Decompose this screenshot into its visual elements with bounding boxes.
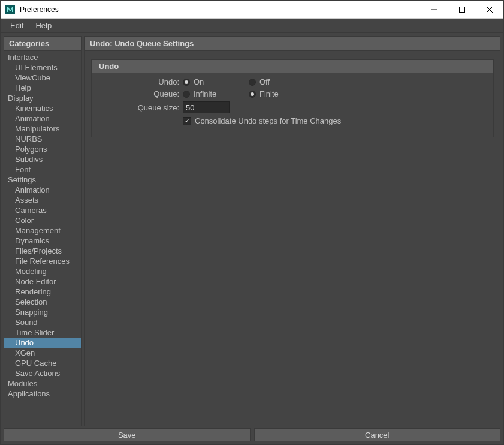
footer: Save Cancel [1, 426, 503, 444]
body-area: Categories InterfaceUI ElementsViewCubeH… [1, 33, 503, 426]
category-item[interactable]: XGen [4, 348, 81, 358]
menubar: Edit Help [1, 19, 503, 33]
queue-radio-set: Infinite Finite [183, 89, 315, 98]
consolidate-row: Consolidate Undo steps for Time Changes [99, 116, 486, 125]
category-item[interactable]: UI Elements [4, 62, 81, 73]
category-item[interactable]: Animation [4, 113, 81, 124]
category-item[interactable]: Subdivs [4, 154, 81, 164]
sidebar-list[interactable]: InterfaceUI ElementsViewCubeHelpDisplayK… [4, 51, 82, 426]
main-panel: Undo: Undo Queue Settings Undo Undo: On [84, 36, 500, 426]
undo-off-label: Off [259, 77, 270, 86]
undo-radio-set: On Off [183, 77, 315, 86]
radio-icon [183, 91, 190, 98]
category-item[interactable]: Cameras [4, 205, 81, 215]
window-controls [421, 1, 503, 18]
category-item[interactable]: Save Actions [4, 368, 81, 378]
queue-infinite-option[interactable]: Infinite [183, 89, 249, 98]
undo-section: Undo Undo: On Off [91, 59, 494, 137]
undo-label: Undo: [99, 77, 183, 86]
queue-row: Queue: Infinite Finite [99, 89, 486, 98]
consolidate-option[interactable]: Consolidate Undo steps for Time Changes [183, 116, 341, 125]
undo-off-option[interactable]: Off [249, 77, 315, 86]
window-title: Preferences [20, 5, 421, 14]
save-button[interactable]: Save [4, 428, 251, 441]
category-group[interactable]: Settings [4, 175, 81, 185]
category-item[interactable]: Animation [4, 185, 81, 195]
category-item[interactable]: Files/Projects [4, 246, 81, 256]
cancel-button[interactable]: Cancel [254, 428, 501, 441]
queue-size-row: Queue size: [99, 101, 486, 113]
radio-icon [183, 79, 190, 86]
maximize-button[interactable] [448, 1, 476, 18]
main-header: Undo: Undo Queue Settings [84, 36, 500, 51]
category-item[interactable]: Undo [4, 338, 81, 348]
section-body: Undo: On Off [92, 73, 493, 137]
titlebar: Preferences [1, 1, 503, 19]
category-item[interactable]: ViewCube [4, 73, 81, 83]
radio-icon [249, 91, 256, 98]
menu-edit[interactable]: Edit [4, 20, 29, 31]
consolidate-label: Consolidate Undo steps for Time Changes [195, 116, 341, 125]
queue-size-input[interactable] [183, 101, 230, 113]
category-item[interactable]: Sound [4, 317, 81, 327]
category-item[interactable]: Time Slider [4, 327, 81, 338]
category-item[interactable]: Color Management [4, 215, 81, 236]
radio-icon [249, 79, 256, 86]
svg-rect-0 [5, 5, 15, 14]
category-item[interactable]: File References [4, 256, 81, 266]
category-item[interactable]: Rendering [4, 287, 81, 297]
category-item[interactable]: Snapping [4, 307, 81, 317]
category-item[interactable]: Modeling [4, 266, 81, 276]
queue-infinite-label: Infinite [194, 89, 216, 98]
category-item[interactable]: GPU Cache [4, 358, 81, 368]
category-item[interactable]: Assets [4, 195, 81, 205]
undo-on-option[interactable]: On [183, 77, 249, 86]
category-item[interactable]: NURBS [4, 134, 81, 144]
queue-finite-option[interactable]: Finite [249, 89, 315, 98]
main-body: Undo Undo: On Off [84, 51, 500, 426]
menu-help[interactable]: Help [29, 20, 58, 31]
app-icon [5, 4, 16, 15]
minimize-button[interactable] [421, 1, 448, 18]
category-item[interactable]: Selection [4, 297, 81, 307]
category-item[interactable]: Polygons [4, 144, 81, 154]
queue-label: Queue: [99, 89, 183, 98]
category-item[interactable]: Dynamics [4, 236, 81, 246]
undo-row: Undo: On Off [99, 77, 486, 86]
sidebar: Categories InterfaceUI ElementsViewCubeH… [4, 36, 82, 426]
category-item[interactable]: Help [4, 83, 81, 93]
queue-finite-label: Finite [259, 89, 279, 98]
category-item[interactable]: Font [4, 164, 81, 175]
category-group[interactable]: Display [4, 93, 81, 103]
checkbox-icon [183, 117, 191, 125]
preferences-window: Preferences Edit Help Categories Interfa… [0, 0, 504, 445]
undo-on-label: On [194, 77, 204, 86]
category-item[interactable]: Kinematics [4, 103, 81, 113]
close-button[interactable] [476, 1, 503, 18]
sidebar-header: Categories [4, 36, 82, 51]
category-group[interactable]: Interface [4, 52, 81, 62]
category-item[interactable]: Node Editor [4, 276, 81, 287]
category-group[interactable]: Applications [4, 389, 81, 399]
category-group[interactable]: Modules [4, 378, 81, 389]
queue-size-label: Queue size: [99, 103, 183, 112]
section-title: Undo [92, 60, 493, 73]
svg-rect-2 [460, 7, 465, 12]
category-item[interactable]: Manipulators [4, 124, 81, 134]
